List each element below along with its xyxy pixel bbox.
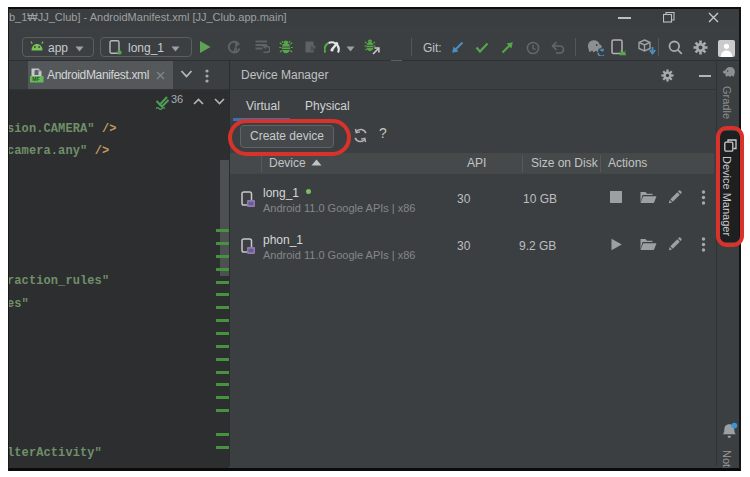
svg-text:MF: MF	[32, 76, 40, 82]
